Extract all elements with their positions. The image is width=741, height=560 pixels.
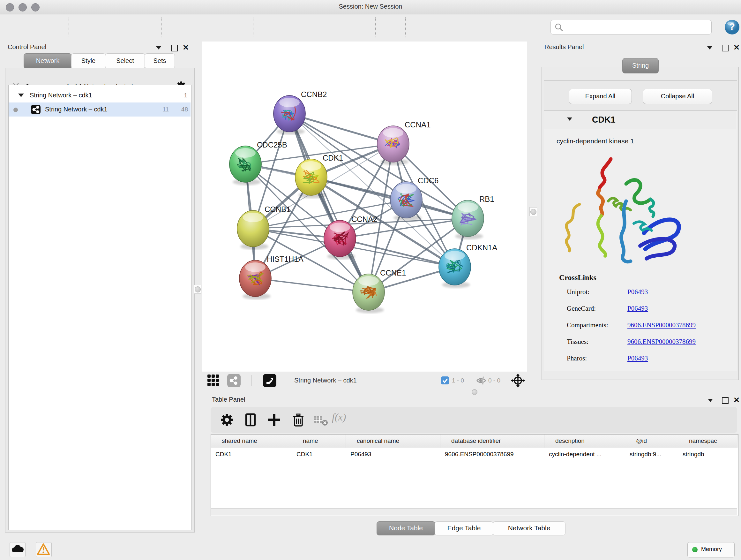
node-CDC25B[interactable]: CDC25B (229, 140, 287, 185)
table-cell[interactable]: stringdb (683, 451, 736, 458)
node-CDC6[interactable]: CDC6 (390, 176, 439, 221)
table-options-gear-icon[interactable] (219, 413, 234, 427)
home-button[interactable] (442, 18, 460, 36)
show-columns-icon[interactable] (243, 413, 258, 427)
tab-edge-table[interactable]: Edge Table (434, 521, 493, 536)
tab-style[interactable]: Style (71, 53, 106, 69)
column-header--id[interactable]: @id (625, 435, 678, 448)
divider (252, 375, 252, 386)
delete-column-icon[interactable] (291, 413, 306, 427)
node-RB1[interactable]: RB1 (452, 195, 494, 240)
import-table-button[interactable] (133, 18, 151, 36)
search-field[interactable] (550, 20, 712, 35)
control-panel-collapse-icon[interactable] (156, 46, 161, 50)
import-database-button[interactable] (107, 18, 125, 36)
search-input[interactable] (563, 21, 709, 33)
copy-document-button[interactable] (414, 18, 432, 36)
table-panel-collapse-icon[interactable] (708, 399, 713, 402)
zoom-out-button[interactable] (291, 18, 309, 36)
navigator-button[interactable] (263, 374, 276, 387)
cloud-button[interactable] (10, 542, 25, 557)
tab-node-table[interactable]: Node Table (377, 521, 435, 536)
table-cell[interactable]: CDK1 (296, 451, 344, 458)
warnings-button[interactable] (36, 542, 52, 557)
table-cell[interactable]: stringdb:9... (630, 451, 676, 458)
control-panel-float-icon[interactable] (171, 45, 178, 51)
crosslink-value-link[interactable]: 9606.ENSP00000378699 (627, 321, 696, 329)
crosslink-value-link[interactable]: 9606.ENSP00000378699 (627, 338, 696, 346)
collapse-all-button[interactable]: Collapse All (643, 89, 712, 104)
export-image-button[interactable] (225, 18, 243, 36)
column-header-namespac[interactable]: namespac (678, 435, 738, 448)
table-cell[interactable]: CDK1 (215, 451, 290, 458)
table-cell[interactable]: P06493 (350, 451, 439, 458)
string-share-button[interactable] (227, 374, 241, 387)
table-panel-close-icon[interactable]: ✕ (733, 396, 740, 403)
function-builder-icon: f(x) (332, 411, 346, 423)
tab-sets[interactable]: Sets (145, 53, 175, 69)
memory-button[interactable]: Memory (687, 542, 735, 557)
hidden-count: 0 - 0 (488, 377, 500, 384)
zoom-selected-button[interactable] (348, 18, 366, 36)
table-cell[interactable]: cyclin-dependent ... (549, 451, 623, 458)
tab-network-table[interactable]: Network Table (493, 521, 565, 536)
export-network-button[interactable] (172, 18, 190, 36)
table-panel-title: Table Panel (212, 396, 246, 403)
table-panel-float-icon[interactable] (722, 397, 729, 404)
grid-view-button[interactable] (207, 374, 219, 387)
crosslink-value-link[interactable]: P06493 (627, 354, 648, 362)
tab-network[interactable]: Network (23, 53, 72, 69)
fit-selection-crosshair-icon[interactable] (511, 373, 525, 388)
node-label-CDKN1A: CDKN1A (466, 243, 497, 252)
column-header-canonical-name[interactable]: canonical name (346, 435, 441, 448)
tree-expander-icon[interactable] (18, 94, 24, 97)
column-header-description[interactable]: description (544, 435, 625, 448)
tab-string[interactable]: String (622, 58, 659, 73)
zoom-fit-button[interactable] (320, 18, 338, 36)
help-button[interactable]: ? (724, 19, 740, 36)
edge-CCNB2-CCNE1[interactable] (289, 114, 368, 292)
tab-select[interactable]: Select (105, 53, 145, 69)
node-table[interactable]: shared name name canonical name database… (211, 434, 738, 516)
collection-count: 1 (173, 92, 187, 99)
column-header-database-identifier[interactable]: database identifier (441, 435, 544, 448)
table-cell[interactable]: 9606.ENSP00000378699 (445, 451, 542, 458)
results-panel-collapse-icon[interactable] (707, 46, 712, 50)
presentation-orb-button[interactable] (498, 18, 516, 36)
selected-checkbox-icon[interactable] (441, 376, 449, 384)
node-HIST1H1A[interactable]: HIST1H1A (239, 255, 304, 300)
import-network-button[interactable] (77, 18, 95, 36)
gene-section-header[interactable]: CDK1 (544, 111, 736, 129)
control-panel-close-icon[interactable]: ✕ (183, 44, 189, 51)
table-horizontal-scrollbar[interactable] (211, 508, 737, 515)
node-CDKN1A[interactable]: CDKN1A (439, 243, 497, 288)
expand-all-button[interactable]: Expand All (569, 89, 632, 104)
column-header-name[interactable]: name (292, 435, 346, 448)
save-session-button[interactable] (43, 18, 61, 36)
open-session-button[interactable] (18, 18, 37, 36)
zoom-in-button[interactable] (262, 18, 280, 36)
crosslink-value-link[interactable]: P06493 (627, 305, 648, 313)
node-CCNB2[interactable]: CCNB2 (273, 90, 327, 135)
right-splitter-handle[interactable] (529, 207, 537, 216)
refresh-layout-button[interactable] (386, 18, 404, 36)
edge-HIST1H1A-CCNE1[interactable] (255, 278, 368, 292)
hide-glasses-button[interactable] (470, 18, 488, 36)
gene-expander-icon[interactable] (567, 118, 572, 121)
network-canvas[interactable]: CCNB2 CCNA1 CDC25B CDK1 (202, 42, 527, 372)
horizontal-splitter-handle[interactable] (472, 389, 477, 395)
string-network-graph[interactable]: CCNB2 CCNA1 CDC25B CDK1 (202, 42, 527, 372)
crosslink-value-link[interactable]: P06493 (627, 288, 648, 296)
results-panel-float-icon[interactable] (722, 45, 729, 51)
column-header-shared-name[interactable]: shared name (211, 435, 292, 448)
results-panel-close-icon[interactable]: ✕ (733, 44, 740, 51)
export-table-button[interactable] (197, 18, 215, 36)
gene-description: cyclin-dependent kinase 1 (556, 137, 634, 145)
left-splitter-handle[interactable] (194, 285, 201, 294)
add-column-icon[interactable] (267, 413, 281, 427)
node-CCNA1[interactable]: CCNA1 (377, 120, 430, 165)
network-collection-row[interactable]: String Network – cdk1 1 (9, 88, 191, 103)
edge-CDK1-RB1[interactable] (311, 177, 468, 219)
hidden-eye-icon[interactable] (475, 376, 487, 385)
network-row[interactable]: String Network – cdk1 11 48 (9, 103, 191, 117)
